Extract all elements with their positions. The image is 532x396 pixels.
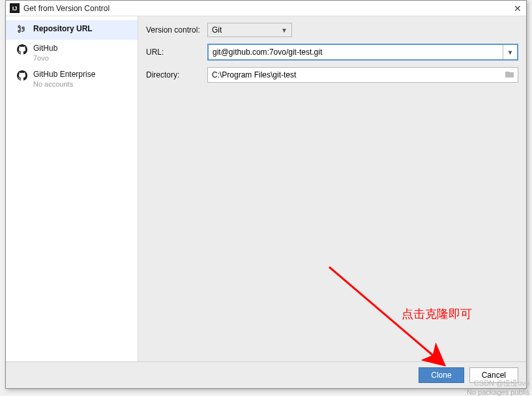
watermark-status: No packages publis [467,388,529,396]
sidebar-item-sub: No accounts [33,80,95,88]
url-history-dropdown[interactable]: ▼ [503,45,517,59]
chevron-down-icon: ▼ [281,27,288,34]
sidebar-item-github-enterprise[interactable]: GitHub Enterprise No accounts [6,66,138,92]
version-control-value: Git [212,25,281,35]
titlebar: IJ Get from Version Control ✕ [6,1,526,16]
folder-icon [505,70,514,80]
clone-button[interactable]: Clone [419,367,464,383]
browse-button[interactable] [502,68,518,82]
content-pane: Version control: Git ▼ URL: ▼ Directory: [138,16,526,361]
branch-icon [16,24,28,36]
footer: Clone Cancel [6,361,526,388]
sidebar-item-github[interactable]: GitHub 7ovo [6,40,138,66]
app-icon: IJ [10,3,20,13]
watermark-author: CSDN @慢慢ovo [474,378,529,388]
sidebar-item-label: GitHub Enterprise [33,70,95,79]
directory-label: Directory: [146,70,207,79]
sidebar-item-label: GitHub [33,44,57,53]
directory-field-wrap [207,67,518,83]
sidebar-item-label: Repository URL [33,24,93,33]
github-icon [16,44,28,55]
github-icon [16,70,28,81]
dialog-title: Get from Version Control [23,4,513,13]
chevron-down-icon: ▼ [507,49,514,56]
dialog-body: Repository URL GitHub 7ovo GitHub Enterp… [6,16,526,361]
directory-input[interactable] [208,68,502,82]
sidebar: Repository URL GitHub 7ovo GitHub Enterp… [6,16,138,361]
version-control-label: Version control: [146,25,207,35]
url-label: URL: [146,48,207,57]
version-control-select[interactable]: Git ▼ [207,23,292,37]
sidebar-item-sub: 7ovo [33,54,57,62]
url-field-wrap: ▼ [207,44,518,61]
url-input[interactable] [209,45,503,59]
vcs-dialog: IJ Get from Version Control ✕ Repository… [5,0,527,389]
sidebar-item-repository-url[interactable]: Repository URL [6,20,138,40]
close-icon[interactable]: ✕ [513,4,522,13]
